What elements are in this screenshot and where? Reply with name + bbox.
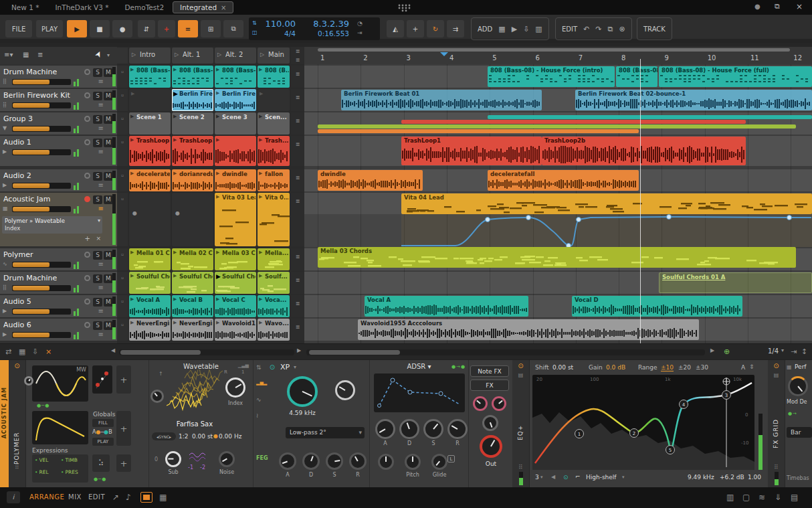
grid-dropdown-icon[interactable]: ▾ [781,347,784,353]
amp-decay-knob[interactable] [399,419,419,439]
tab-close-icon[interactable]: × [221,4,226,11]
clip-slot[interactable]: ▶Scene 3 [215,112,256,135]
amp-sustain-knob[interactable] [423,419,443,439]
track-header[interactable]: Audio 2SM▶≡ [0,169,117,191]
clip-slot[interactable]: ▶TrashLoop2b [172,136,213,166]
clip-play-icon[interactable]: ▶ [259,137,262,143]
note-icon[interactable]: ♪ [126,493,131,502]
clip-slot[interactable]: ▶dorianredu... [172,169,213,191]
volume-fader[interactable] [12,183,71,189]
clip-slot[interactable]: ▶Vita 0... [258,193,290,246]
solo-button[interactable]: S [93,321,102,330]
mute-button[interactable]: M [104,172,113,181]
play-mode-button[interactable]: PLAY [92,438,114,446]
volume-fader[interactable] [12,206,71,212]
clip-slot[interactable]: ▶NeverEngin... [172,319,213,341]
clip-stop-cell[interactable]: ▫ [117,248,128,270]
arranger-scroll-right-icon[interactable]: ▶ [710,347,714,353]
mixer-panel-icon[interactable]: ▦ [159,493,167,502]
band-power-icon[interactable]: ⊙ [563,474,569,481]
scene-column-header[interactable]: ▷Main [258,48,290,64]
track-header[interactable]: Drum MachineSM⣿≡ [0,66,117,88]
clip-slot[interactable]: ▶dwindle [215,169,256,191]
list-view-icon[interactable]: ≣ [37,51,43,58]
loop-button[interactable]: ↻ [427,20,444,37]
clip-play-icon[interactable]: ▶ [259,320,262,325]
updown-icon[interactable]: ⇕ [749,363,754,370]
band-gain-value[interactable]: +6.2 dB [720,474,744,481]
add-expression-button[interactable]: + [116,454,131,472]
clip-slot[interactable]: ▶Soulful Cho... [129,272,171,294]
clip-slot[interactable]: ▶Berlin Fire... [172,89,213,111]
launcher-scroll-left-icon[interactable]: ◀ [111,347,115,353]
clip-slot[interactable]: ▶fallon [258,169,290,191]
clip-play-icon[interactable]: ▶ [259,250,262,255]
clip-play-icon[interactable]: ▶ [216,67,219,72]
voices-label[interactable]: 1 [241,369,244,375]
vertical-zoom-icon[interactable]: ↕ [801,347,807,356]
route-icon[interactable]: ⇅ [256,364,262,371]
clip-play-icon[interactable]: ▶ [259,273,262,278]
scene-column-header[interactable]: ▷Alt. 2 [215,48,256,64]
clip-slot[interactable]: ▶Vocal A [129,295,171,317]
grid-view-icon[interactable]: ▦ [23,51,29,58]
arranger-clip[interactable]: Wavoloid1955 Acccolours [358,319,699,340]
track-header[interactable]: PolymerSM∿≡ [0,248,117,270]
pitch-knob[interactable] [405,454,421,470]
arranger-clip[interactable]: Berlin Firework Beat 02-bounce-1 [575,90,812,110]
perf-knob[interactable] [788,376,808,396]
band-q-value[interactable]: 1.00 [748,474,761,481]
add-fx-icon[interactable]: ▥ [535,25,542,33]
track-menu-icon[interactable]: ≡ [98,101,104,108]
tool-dropdown-icon[interactable]: ▾ [107,52,110,58]
timb-button[interactable]: TIMB [61,457,86,468]
arrange-view-button[interactable]: ARRANGE [29,493,64,501]
solo-button[interactable]: S [93,172,102,181]
download-icon[interactable]: ⇓ [775,493,781,502]
add-modulator-button[interactable]: + [85,235,90,242]
arranger-automation-button[interactable]: + [407,20,424,37]
clip-slot[interactable]: ▶ [215,136,256,166]
clip-stop-cell[interactable]: ▫ [117,136,128,166]
clip-slot[interactable]: ▶Scene 2 [172,112,213,135]
browser-panel-icon[interactable]: ▢ [742,493,750,502]
perf-label[interactable]: Perf [795,363,807,370]
clip-slot[interactable]: ▶ [129,89,171,111]
arranger-scroll-thumb[interactable] [309,350,400,355]
mute-button[interactable]: M [104,139,113,147]
transport-display[interactable]: ⇅ ◫ 110.00 4/4 8.3.2.39 0:16.553 ◔ ⇥ [249,17,380,40]
filter-title[interactable]: XP [280,363,290,371]
fxgrid-power-icon[interactable]: ⊙ [768,362,785,369]
arranger-clip[interactable]: Vita 04 Lead [401,193,812,214]
arranger-clip[interactable]: 808 (Bass-08) - House Force (full) [659,66,812,87]
zoom-to-fit-icon[interactable]: ⊕ [724,347,730,356]
spectrum-icon[interactable]: ▁▃▅ [238,363,249,368]
clip-play-icon[interactable]: ▶ [259,297,262,302]
mute-button[interactable]: M [104,251,113,260]
device-power-icon[interactable]: ⊙ [9,362,25,369]
clip-stop-cell[interactable]: ▫ [117,66,128,88]
clip-slot[interactable]: ▶808 (Bass-... [215,66,256,88]
clip-play-icon[interactable]: ▶ [173,297,177,302]
volume-fader[interactable] [12,79,71,85]
solo-button[interactable]: S [93,92,102,100]
track-menu-icon[interactable]: ≡ [98,331,104,338]
launcher-row-menu[interactable]: ≣ [291,136,304,166]
metronome-button[interactable]: ◭ [387,20,404,37]
clip-stop-cell[interactable]: ▫ [117,112,128,135]
clip-play-icon[interactable]: ▶ [130,297,134,302]
launcher-row-menu[interactable]: ≣ [291,193,304,246]
arranger-clip[interactable]: deceleratefall [488,170,639,191]
automation-lane[interactable] [304,214,812,247]
glide-legato-badge[interactable]: L [447,455,455,462]
track-menu-icon[interactable]: ≡ [98,148,104,155]
clip-slot[interactable]: ▶Soulful Cho... [215,272,256,294]
amp-release-knob[interactable] [447,419,468,439]
volume-fader[interactable] [12,309,71,315]
launcher-row-menu[interactable]: ≣ [291,319,304,341]
arranger-clip[interactable]: dwindle [318,170,423,191]
arranger-scrollbar[interactable] [306,349,705,355]
active-panel-toggle[interactable] [140,492,153,503]
track-menu-icon[interactable]: ≡ [98,307,104,315]
bar-dropdown[interactable]: Bar [787,427,812,438]
